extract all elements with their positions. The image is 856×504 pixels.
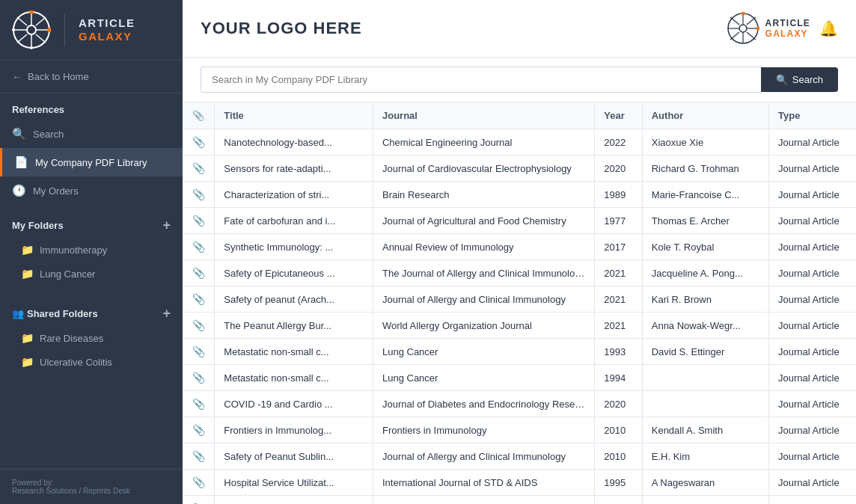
year-cell: 2021	[595, 313, 642, 339]
back-to-home-button[interactable]: ← Back to Home	[0, 61, 183, 93]
journal-cell: Journal of Allergy and Clinical Immunolo…	[373, 443, 594, 470]
my-folders-section: My Folders + 📁 Immunotherapy 📁 Lung Canc…	[0, 205, 183, 293]
table-row[interactable]: 📎 Metastatic non-small c... Lung Cancer …	[183, 365, 856, 391]
orders-nav-icon: 🕐	[12, 184, 25, 197]
title-cell: Metastatic non-small c...	[215, 339, 373, 365]
title-cell: Frontiers in Immunolog...	[215, 417, 373, 443]
header-right: ARTICLE GALAXY 🔔	[727, 12, 838, 45]
title-cell: Synthetic Immunology: ...	[215, 234, 373, 260]
articles-table-container[interactable]: 📎 Title Journal Year Author Type 📎 Nanot…	[183, 102, 856, 504]
main-header: YOUR LOGO HERE ARTI	[183, 0, 856, 58]
table-row[interactable]: 📎 Synthetic Immunology: ... Annual Revie…	[183, 234, 856, 260]
search-nav-icon: 🔍	[12, 127, 25, 141]
attach-cell: 📎	[183, 156, 215, 182]
author-cell: Richard G. Trohman	[642, 156, 768, 182]
folder-icon: 📁	[21, 268, 34, 280]
attach-cell: 📎	[183, 365, 215, 391]
year-cell: 2020	[595, 391, 642, 417]
svg-point-12	[30, 46, 33, 49]
author-cell: Anna Nowak-Wegr...	[642, 313, 768, 339]
year-cell: 1994	[595, 365, 642, 391]
attach-cell: 📎	[183, 313, 215, 339]
table-row[interactable]: 📎 Safety of Peanut Sublin... Journal of …	[183, 443, 856, 470]
add-my-folder-button[interactable]: +	[162, 218, 171, 232]
header-logo-icon	[727, 12, 759, 45]
journal-cell: Journal of Diabetes and Endocrinology Re…	[373, 391, 594, 417]
articles-table: 📎 Title Journal Year Author Type 📎 Nanot…	[183, 102, 856, 504]
attach-cell: 📎	[183, 496, 215, 505]
nav-item-my-orders[interactable]: 🕐 My Orders	[0, 176, 183, 205]
search-button[interactable]: 🔍 Search	[761, 67, 838, 92]
folder-icon: 📁	[21, 356, 34, 368]
svg-line-9	[17, 34, 27, 43]
folder-icon: 📁	[21, 332, 34, 344]
table-row[interactable]: 📎 Fate of carbofuran and i... Journal of…	[183, 208, 856, 234]
title-cell: Safety of Epicutaneous ...	[215, 260, 373, 286]
author-cell: Kole T. Roybal	[642, 234, 768, 260]
year-cell: 2010	[595, 417, 642, 443]
table-row[interactable]: 📎 Effects of Simvastatin o... Arterioscl…	[183, 496, 856, 505]
table-row[interactable]: 📎 COVID -19 and Cardio ... Journal of Di…	[183, 391, 856, 417]
svg-point-10	[29, 10, 34, 14]
column-type[interactable]: Type	[769, 102, 856, 129]
type-cell: Journal Article	[769, 260, 856, 286]
author-cell	[642, 391, 768, 417]
column-title[interactable]: Title	[215, 102, 373, 129]
table-row[interactable]: 📎 Safety of peanut (Arach... Journal of …	[183, 286, 856, 313]
add-shared-folder-button[interactable]: +	[162, 307, 171, 320]
table-row[interactable]: 📎 Hospital Service Utilizat... Internati…	[183, 470, 856, 496]
year-cell: 1977	[595, 208, 642, 234]
folder-ulcerative-colitis[interactable]: 📁 Ulcerative Colitis	[0, 350, 183, 374]
table-row[interactable]: 📎 Safety of Epicutaneous ... The Journal…	[183, 260, 856, 286]
year-cell: 1993	[595, 339, 642, 365]
shared-folders-label: 👥Shared Folders	[12, 308, 98, 319]
folder-rare-diseases[interactable]: 📁 Rare Diseases	[0, 326, 183, 350]
author-cell: Jacqueline A. Pong...	[642, 260, 768, 286]
journal-cell: Brain Research	[373, 182, 594, 208]
svg-point-15	[739, 25, 747, 32]
author-cell: Kendall A. Smith	[642, 417, 768, 443]
column-attach: 📎	[183, 102, 215, 129]
table-row[interactable]: 📎 Characterization of stri... Brain Rese…	[183, 182, 856, 208]
svg-point-1	[27, 25, 36, 34]
journal-cell: Annual Review of Immunology	[373, 234, 594, 260]
svg-point-24	[741, 12, 745, 16]
svg-point-11	[47, 28, 51, 32]
folder-immunotherapy[interactable]: 📁 Immunotherapy	[0, 238, 183, 262]
type-cell: Journal Article	[769, 182, 856, 208]
table-row[interactable]: 📎 Frontiers in Immunolog... Frontiers in…	[183, 417, 856, 443]
table-row[interactable]: 📎 Nanotechnology-based... Chemical Engin…	[183, 129, 856, 156]
column-author[interactable]: Author	[642, 102, 768, 129]
search-button-icon: 🔍	[776, 74, 788, 85]
table-header: 📎 Title Journal Year Author Type	[183, 102, 856, 129]
attach-cell: 📎	[183, 443, 215, 470]
logo-icon	[12, 10, 51, 49]
nav-item-search[interactable]: 🔍 Search	[0, 120, 183, 148]
folder-lung-cancer[interactable]: 📁 Lung Cancer	[0, 262, 183, 286]
back-arrow-icon: ←	[12, 71, 22, 82]
svg-line-7	[36, 34, 46, 43]
type-cell: Journal Article	[769, 417, 856, 443]
type-cell: Journal Article	[769, 156, 856, 182]
column-year[interactable]: Year	[595, 102, 642, 129]
table-row[interactable]: 📎 Sensors for rate-adapti... Journal of …	[183, 156, 856, 182]
logo-divider	[64, 13, 65, 46]
author-cell: A Nageswaran	[642, 470, 768, 496]
page-title: YOUR LOGO HERE	[201, 19, 362, 38]
year-cell: 1995	[595, 470, 642, 496]
journal-cell: World Allergy Organization Journal	[373, 313, 594, 339]
table-row[interactable]: 📎 Metastatic non-small c... Lung Cancer …	[183, 339, 856, 365]
svg-point-13	[12, 28, 15, 31]
year-cell: 2017	[595, 234, 642, 260]
attach-cell: 📎	[183, 286, 215, 313]
journal-cell: Journal of Allergy and Clinical Immunolo…	[373, 286, 594, 313]
type-cell: Journal Article	[769, 234, 856, 260]
search-input[interactable]	[201, 67, 761, 93]
journal-cell: Arteriosclerosis, Thrombosis, and Vascul…	[373, 496, 594, 505]
notification-bell-icon[interactable]: 🔔	[819, 19, 838, 37]
column-journal[interactable]: Journal	[373, 102, 594, 129]
svg-line-6	[17, 17, 27, 25]
year-cell: 2021	[595, 286, 642, 313]
table-row[interactable]: 📎 The Peanut Allergy Bur... World Allerg…	[183, 313, 856, 339]
nav-item-pdf-library[interactable]: 📄 My Company PDF Library	[0, 148, 183, 176]
